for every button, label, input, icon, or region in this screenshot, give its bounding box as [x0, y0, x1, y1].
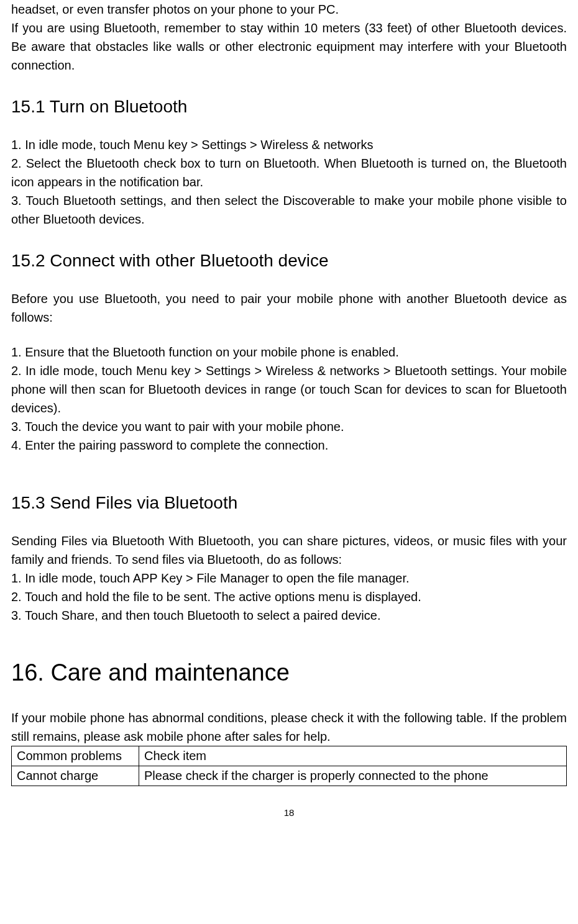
- troubleshoot-table: Common problems Check item Cannot charge…: [11, 746, 567, 786]
- step-15-3-1: 1. In idle mode, touch APP Key > File Ma…: [11, 569, 567, 587]
- step-15-2-4: 4. Enter the pairing password to complet…: [11, 436, 567, 455]
- spacer: [11, 455, 567, 471]
- document-page: headset, or even transfer photos on your…: [0, 0, 578, 843]
- intro-paragraph-range: If you are using Bluetooth, remember to …: [11, 19, 567, 75]
- page-number: 18: [11, 807, 567, 818]
- step-15-2-2: 2. In idle mode, touch Menu key > Settin…: [11, 361, 567, 417]
- step-15-1-3: 3. Touch Bluetooth settings, and then se…: [11, 191, 567, 229]
- table-header-col1: Common problems: [12, 746, 139, 766]
- step-15-2-3: 3. Touch the device you want to pair wit…: [11, 417, 567, 436]
- intro-15-3: Sending Files via Bluetooth With Bluetoo…: [11, 532, 567, 569]
- step-15-1-1: 1. In idle mode, touch Menu key > Settin…: [11, 135, 567, 154]
- table-row: Common problems Check item: [12, 746, 567, 766]
- intro-paragraph-continued: headset, or even transfer photos on your…: [11, 0, 567, 19]
- heading-15-3: 15.3 Send Files via Bluetooth: [11, 493, 567, 513]
- step-15-2-1: 1. Ensure that the Bluetooth function on…: [11, 343, 567, 361]
- heading-16: 16. Care and maintenance: [11, 659, 567, 686]
- step-15-3-3: 3. Touch Share, and then touch Bluetooth…: [11, 606, 567, 625]
- intro-16: If your mobile phone has abnormal condit…: [11, 709, 567, 746]
- heading-15-2: 15.2 Connect with other Bluetooth device: [11, 251, 567, 271]
- intro-15-2: Before you use Bluetooth, you need to pa…: [11, 289, 567, 327]
- table-row: Cannot charge Please check if the charge…: [12, 766, 567, 786]
- table-cell-problem: Cannot charge: [12, 766, 139, 786]
- table-header-col2: Check item: [139, 746, 567, 766]
- spacer: [11, 327, 567, 343]
- table-cell-check: Please check if the charger is properly …: [139, 766, 567, 786]
- step-15-1-2: 2. Select the Bluetooth check box to tur…: [11, 154, 567, 191]
- step-15-3-2: 2. Touch and hold the file to be sent. T…: [11, 587, 567, 606]
- heading-15-1: 15.1 Turn on Bluetooth: [11, 97, 567, 117]
